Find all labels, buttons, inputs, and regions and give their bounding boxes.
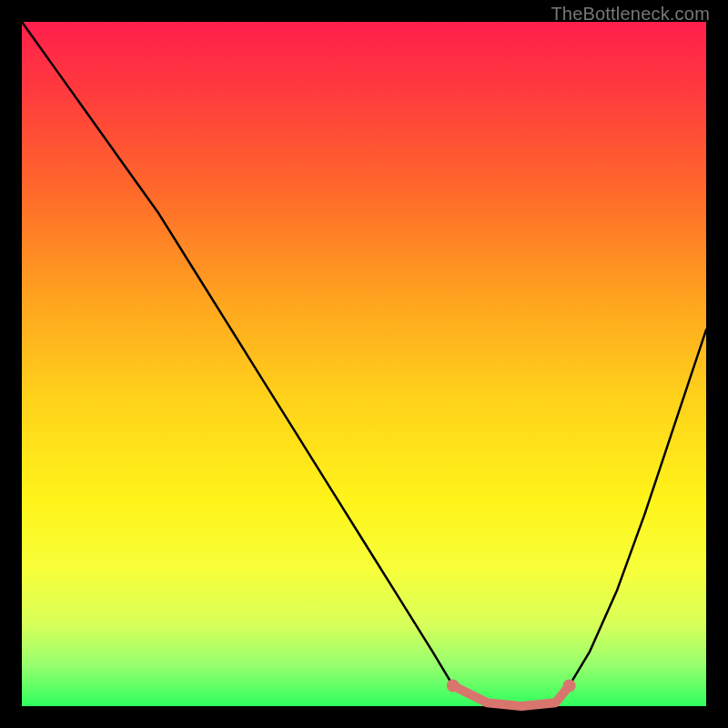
bottleneck-curve: [22, 22, 706, 706]
optimal-range-highlight: [453, 685, 570, 706]
attribution-text: TheBottleneck.com: [551, 4, 710, 25]
curve-path: [22, 22, 706, 706]
optimal-range-right-cap: [563, 679, 576, 692]
optimal-range-left-cap: [447, 679, 460, 692]
chart-frame: [22, 22, 706, 706]
